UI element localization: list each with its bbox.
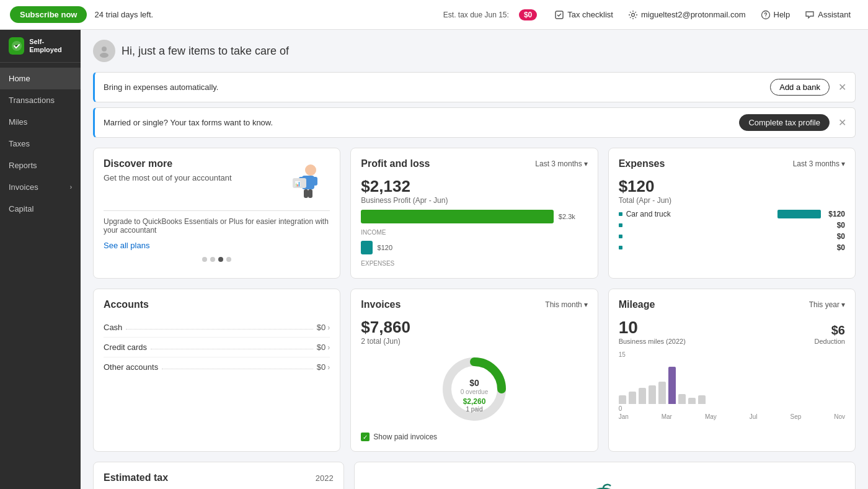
subscribe-button[interactable]: Subscribe now (10, 6, 87, 23)
account-credit-arrow[interactable]: › (327, 343, 330, 352)
mileage-chart-scale-top: 15 (619, 351, 845, 358)
invoices-period[interactable]: This month ▾ (545, 300, 587, 309)
dot-3[interactable] (218, 257, 223, 262)
mileage-chart-labels: Jan Mar May Jul Sep Nov (619, 413, 845, 420)
mileage-bar-sep (698, 395, 706, 404)
assistant-button[interactable]: Assistant (805, 10, 851, 20)
expenses-label: EXPENSES (361, 260, 394, 267)
mileage-header: Mileage This year ▾ (619, 299, 845, 310)
svg-point-5 (102, 47, 107, 52)
sidebar: Self-Employed Home Transactions Miles Ta… (0, 30, 81, 489)
account-cash-dots (126, 329, 313, 330)
mileage-bar-aug (688, 398, 696, 404)
mileage-chart-scale-bottom: 0 (619, 405, 845, 412)
invoices-arrow-icon: › (70, 184, 72, 191)
dashboard-row-3: Estimated tax 2022 $317 Annual estimate (93, 462, 856, 489)
chart-label-nov: Nov (834, 413, 845, 420)
estimated-tax-header: Estimated tax 2022 (104, 472, 334, 483)
account-other-arrow[interactable]: › (327, 363, 330, 372)
complete-tax-profile-button[interactable]: Complete tax profile (739, 114, 830, 131)
expenses-title: Expenses (619, 158, 793, 169)
notification-bank: Bring in expenses automatically. Add a b… (93, 72, 856, 102)
mileage-period[interactable]: This year ▾ (809, 300, 845, 309)
invoices-header: Invoices This month ▾ (361, 299, 587, 310)
svg-rect-11 (304, 189, 308, 198)
help-button[interactable]: Help (761, 10, 790, 20)
account-cash-label: Cash (104, 323, 122, 332)
svg-rect-7 (305, 164, 316, 176)
sidebar-item-invoices[interactable]: Invoices › (0, 176, 81, 198)
mileage-title: Mileage (619, 299, 809, 310)
tax-checklist-label: Tax checklist (567, 10, 613, 19)
tax-savings-card: $1 Tax savings this year (354, 462, 856, 489)
expense-category-2: $0 (619, 221, 845, 230)
expenses-bar (361, 241, 372, 254)
sidebar-item-taxes[interactable]: Taxes (0, 133, 81, 155)
chart-label-mar: Mar (662, 413, 672, 420)
mileage-card: Mileage This year ▾ 10 Business miles (2… (608, 289, 856, 452)
svg-point-6 (100, 53, 108, 58)
mileage-bar-apr (649, 385, 656, 404)
show-paid-checkbox[interactable]: ✓ (361, 433, 370, 441)
dot-1[interactable] (202, 257, 207, 262)
piggy-bank-icon (580, 475, 629, 489)
expenses-header: Expenses Last 3 months ▾ (619, 158, 845, 169)
notification-tax-profile: Married or single? Your tax forms want t… (93, 107, 856, 138)
mileage-bar-feb (629, 392, 636, 404)
profit-loss-period[interactable]: Last 3 months ▾ (535, 159, 587, 168)
sidebar-item-reports[interactable]: Reports (0, 155, 81, 176)
close-tax-notification-icon[interactable]: ✕ (838, 117, 846, 128)
bar-jan (619, 395, 626, 404)
discover-subtitle: Get the most out of your accountant (104, 173, 281, 182)
estimated-tax-title: Estimated tax (104, 472, 168, 483)
account-credit-amount: $0 (317, 343, 326, 352)
bar-jul (678, 394, 686, 404)
mileage-bar-mar (639, 388, 646, 404)
income-amount: $2.3k (559, 213, 575, 220)
show-paid-invoices[interactable]: ✓ Show paid invoices (361, 433, 587, 441)
see-all-plans-link[interactable]: See all plans (104, 241, 149, 250)
greeting-text: Hi, just a few items to take care of (122, 45, 289, 58)
expense-amount-2: $0 (837, 221, 845, 230)
expense-dot-3 (619, 235, 622, 238)
mileage-deduction-value: $6 (814, 323, 845, 338)
mileage-miles-value: 10 (619, 318, 686, 338)
notif-tax-text: Married or single? Your tax forms want t… (104, 118, 739, 127)
sidebar-logo: Self-Employed (0, 30, 81, 63)
mileage-bar-jan (619, 395, 626, 404)
mileage-miles-label: Business miles (2022) (619, 338, 686, 345)
expense-amount-4: $0 (837, 243, 845, 252)
assistant-label: Assistant (818, 10, 851, 19)
trial-text: 24 trial days left. (94, 10, 435, 19)
svg-text:📊: 📊 (294, 181, 301, 187)
close-bank-notification-icon[interactable]: ✕ (838, 81, 846, 93)
mileage-bar-jul (678, 394, 686, 404)
expense-amount-1: $120 (828, 210, 845, 218)
sidebar-item-capital[interactable]: Capital (0, 198, 81, 220)
profit-loss-title: Profit and loss (361, 158, 535, 169)
expenses-subtitle: Total (Apr - Jun) (619, 196, 845, 205)
bar-sep (698, 395, 706, 404)
settings-button[interactable]: migueltest2@protonmail.com (628, 10, 746, 20)
sidebar-item-home[interactable]: Home (0, 68, 81, 89)
accounts-title: Accounts (104, 299, 330, 310)
bar-aug (688, 398, 696, 404)
expenses-card: Expenses Last 3 months ▾ $120 Total (Apr… (608, 148, 856, 279)
dot-2[interactable] (210, 257, 215, 262)
mileage-bar-jun (668, 367, 676, 404)
expense-dot-2 (619, 223, 622, 227)
add-bank-button[interactable]: Add a bank (770, 79, 830, 96)
discover-card: Discover more Get the most out of your a… (93, 148, 340, 279)
sidebar-item-miles[interactable]: Miles (0, 111, 81, 133)
bar-feb (629, 392, 636, 404)
mileage-stats: 10 Business miles (2022) $6 Deduction (619, 318, 845, 345)
account-other: Other accounts $0 › (104, 357, 330, 377)
sidebar-item-transactions[interactable]: Transactions (0, 89, 81, 111)
dot-4[interactable] (226, 257, 231, 262)
notifications-section: Bring in expenses automatically. Add a b… (93, 72, 856, 138)
tax-checklist-button[interactable]: Tax checklist (554, 10, 613, 20)
account-cash-arrow[interactable]: › (327, 323, 330, 332)
profit-loss-card: Profit and loss Last 3 months ▾ $2,132 B… (350, 148, 598, 279)
expenses-period[interactable]: Last 3 months ▾ (793, 159, 845, 168)
bar-apr (649, 385, 656, 404)
